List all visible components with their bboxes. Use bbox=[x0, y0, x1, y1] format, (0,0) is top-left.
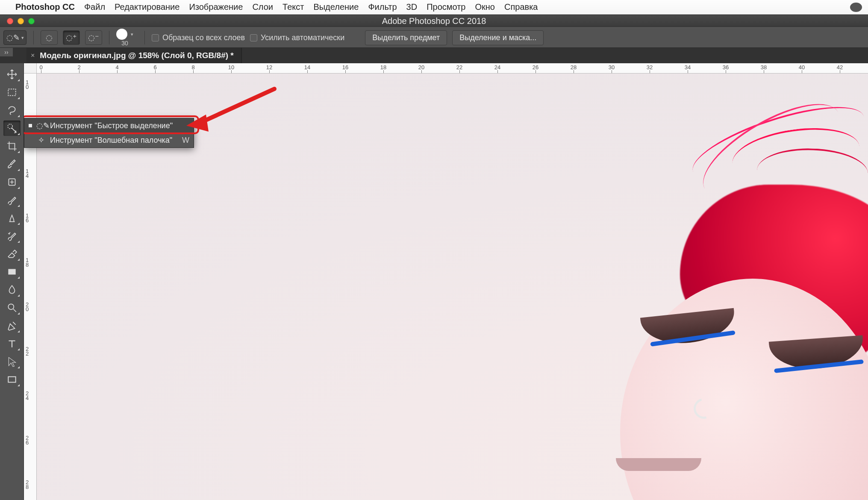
window-minimize-button[interactable] bbox=[18, 18, 24, 24]
window-title: Adobe Photoshop CC 2018 bbox=[0, 16, 868, 26]
menu-edit[interactable]: Редактирование bbox=[115, 2, 179, 12]
ruler-tick: 40 bbox=[799, 64, 805, 71]
pen-tool[interactable] bbox=[3, 318, 21, 333]
ruler-tick: 14 bbox=[26, 169, 29, 178]
ruler-tick: 28 bbox=[571, 64, 577, 71]
menu-window[interactable]: Окно bbox=[475, 2, 495, 12]
ruler-tick: 18 bbox=[380, 64, 386, 71]
add-to-selection-mode-button[interactable]: ◌⁺ bbox=[63, 30, 80, 45]
rectangular-marquee-tool[interactable] bbox=[3, 85, 21, 100]
ruler-tick: 6 bbox=[153, 64, 156, 71]
chevron-down-icon: ▾ bbox=[131, 32, 133, 37]
sample-all-layers-option[interactable]: Образец со всех слоев bbox=[152, 33, 245, 42]
ruler-origin[interactable] bbox=[24, 63, 37, 74]
ruler-tick: 2 bbox=[77, 64, 80, 71]
ruler-tick: 26 bbox=[26, 435, 29, 445]
svg-point-5 bbox=[8, 304, 14, 309]
brush-preset-picker[interactable]: ▾ 30 bbox=[116, 29, 133, 47]
menu-3d[interactable]: 3D bbox=[406, 2, 418, 12]
quick-selection-tool[interactable] bbox=[3, 121, 21, 136]
checkbox[interactable] bbox=[250, 34, 257, 41]
history-brush-tool[interactable] bbox=[3, 228, 21, 244]
options-bar: ◌✎ ▾ ◌ ◌⁺ ◌⁻ ▾ 30 Образец со всех слоев … bbox=[0, 27, 868, 48]
ruler-tick: 4 bbox=[115, 64, 118, 71]
svg-rect-0 bbox=[8, 89, 15, 95]
eraser-tool[interactable] bbox=[3, 246, 21, 262]
gradient-tool[interactable] bbox=[3, 264, 21, 279]
flyout-item-label: Инструмент "Волшебная палочка" bbox=[50, 136, 172, 145]
brush-size-value: 30 bbox=[121, 40, 128, 47]
document-tab-title: Модель оригинал.jpg @ 158% (Слой 0, RGB/… bbox=[40, 51, 233, 60]
crop-tool[interactable] bbox=[3, 138, 21, 154]
flyout-item-shortcut: W bbox=[182, 136, 189, 145]
menu-filter[interactable]: Фильтр bbox=[368, 2, 397, 12]
move-tool[interactable] bbox=[3, 67, 21, 82]
ruler-tick: 10 bbox=[228, 64, 234, 71]
magic-wand-icon: ✧ bbox=[36, 135, 46, 145]
chevron-down-icon: ▾ bbox=[21, 35, 24, 41]
window-zoom-button[interactable] bbox=[28, 18, 35, 24]
auto-enhance-label: Усилить автоматически bbox=[261, 33, 344, 42]
close-tab-icon[interactable]: × bbox=[31, 52, 35, 59]
horizontal-ruler[interactable]: 024681012141618202224262830323436384042 bbox=[37, 63, 868, 74]
ruler-tick: 16 bbox=[26, 213, 29, 223]
rectangle-shape-tool[interactable] bbox=[3, 372, 21, 387]
app-menu[interactable]: Photoshop CC bbox=[15, 2, 75, 12]
flyout-item-magic-wand[interactable]: ✧Инструмент "Волшебная палочка"W bbox=[24, 133, 194, 147]
healing-brush-tool[interactable] bbox=[3, 174, 21, 190]
subtract-from-selection-mode-button[interactable]: ◌⁻ bbox=[85, 30, 102, 45]
menu-select[interactable]: Выделение bbox=[313, 2, 359, 12]
ruler-tick: 20 bbox=[418, 64, 424, 71]
ruler-tick: 36 bbox=[723, 64, 729, 71]
svg-rect-3 bbox=[8, 269, 15, 275]
menu-layer[interactable]: Слои bbox=[252, 2, 273, 12]
svg-rect-6 bbox=[8, 377, 15, 382]
ruler-tick: 30 bbox=[609, 64, 615, 71]
divider bbox=[33, 31, 34, 44]
select-subject-button[interactable]: Выделить предмет bbox=[365, 30, 447, 45]
menu-file[interactable]: Файл bbox=[84, 2, 105, 12]
flyout-item-quick-selection[interactable]: ◌✎Инструмент "Быстрое выделение" bbox=[24, 118, 194, 133]
smudge-tool[interactable] bbox=[3, 282, 21, 297]
eyedropper-tool[interactable] bbox=[3, 156, 21, 172]
clone-stamp-tool[interactable] bbox=[3, 210, 21, 226]
brush-tool[interactable] bbox=[3, 192, 21, 208]
ruler-tick: 26 bbox=[533, 64, 538, 71]
sample-all-layers-label: Образец со всех слоев bbox=[162, 33, 245, 42]
quick-selection-icon: ◌✎ bbox=[6, 33, 20, 42]
menu-help[interactable]: Справка bbox=[504, 2, 538, 12]
ruler-tick: 18 bbox=[26, 258, 29, 267]
checkbox[interactable] bbox=[152, 34, 159, 41]
divider bbox=[109, 31, 109, 44]
selected-indicator bbox=[29, 124, 32, 127]
ruler-tick: 20 bbox=[26, 302, 29, 312]
subtract-selection-icon: ◌⁻ bbox=[88, 33, 99, 42]
path-selection-tool[interactable] bbox=[3, 354, 21, 369]
expand-dock-button[interactable]: ›› bbox=[0, 48, 13, 56]
ruler-tick: 28 bbox=[26, 480, 29, 489]
ruler-tick: 8 bbox=[191, 64, 194, 71]
ruler-tick: 38 bbox=[761, 64, 767, 71]
window-close-button[interactable] bbox=[7, 18, 13, 24]
quick-selection-icon: ◌✎ bbox=[36, 121, 46, 130]
workspace: 024681012141618202224262830323436384042 … bbox=[0, 63, 868, 500]
ruler-tick: 22 bbox=[456, 64, 462, 71]
mac-menubar: Photoshop CC Файл Редактирование Изображ… bbox=[0, 0, 868, 15]
dodge-tool[interactable] bbox=[3, 300, 21, 315]
new-selection-icon: ◌ bbox=[46, 33, 53, 42]
ruler-tick: 24 bbox=[26, 391, 29, 400]
new-selection-mode-button[interactable]: ◌ bbox=[41, 30, 58, 45]
menu-image[interactable]: Изображение bbox=[189, 2, 243, 12]
tool-preset-picker[interactable]: ◌✎ ▾ bbox=[3, 30, 26, 45]
type-tool[interactable] bbox=[3, 336, 21, 351]
creative-cloud-icon[interactable] bbox=[850, 3, 862, 12]
menu-view[interactable]: Просмотр bbox=[427, 2, 465, 12]
lasso-tool[interactable] bbox=[3, 103, 21, 118]
document-tab[interactable]: × Модель оригинал.jpg @ 158% (Слой 0, RG… bbox=[26, 48, 242, 63]
auto-enhance-option[interactable]: Усилить автоматически bbox=[250, 33, 344, 42]
select-and-mask-button[interactable]: Выделение и маска... bbox=[452, 30, 544, 45]
brush-preview-icon bbox=[116, 29, 127, 40]
menu-type[interactable]: Текст bbox=[282, 2, 304, 12]
document-tabs: × Модель оригинал.jpg @ 158% (Слой 0, RG… bbox=[0, 48, 868, 63]
ruler-tick: 16 bbox=[342, 64, 348, 71]
